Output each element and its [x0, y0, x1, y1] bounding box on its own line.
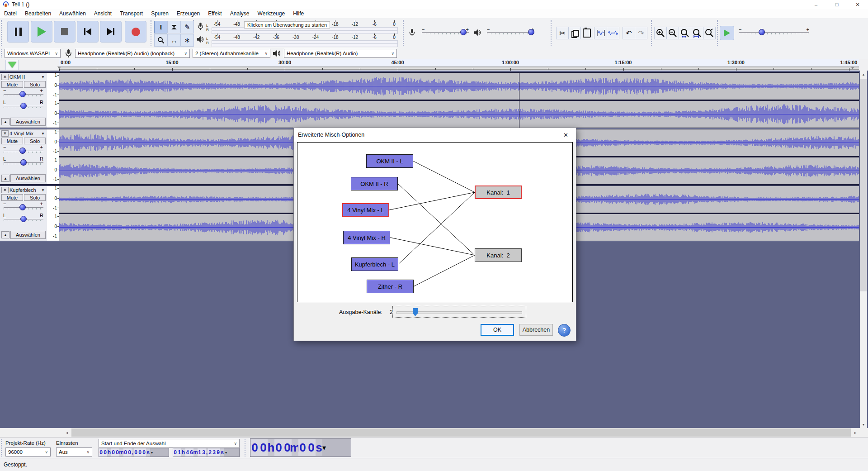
time-unit[interactable]: h	[268, 439, 274, 456]
time-format-dropdown-icon[interactable]: ▾	[322, 443, 326, 452]
playback-device-select[interactable]: Headphone (Realtek(R) Audio) ∨	[284, 49, 397, 58]
select-button[interactable]: Auswählen	[10, 231, 46, 239]
envelope-tool-button[interactable]	[167, 21, 181, 33]
time-digit[interactable]: 9	[216, 448, 220, 457]
multi-tool-button[interactable]: ∗	[180, 34, 194, 47]
time-digit[interactable]: 1	[198, 448, 202, 457]
pan-slider[interactable]	[4, 158, 43, 166]
mixer-source-node[interactable]: Kupferblech - L	[351, 257, 398, 271]
menu-item-auswhlen[interactable]: Auswählen	[55, 9, 90, 18]
play-button[interactable]	[31, 21, 52, 43]
record-button[interactable]	[125, 21, 146, 43]
menu-item-analyse[interactable]: Analyse	[226, 9, 254, 18]
mixer-channel-node[interactable]: Kanal: 1	[475, 186, 522, 199]
slider-thumb[interactable]	[20, 216, 27, 222]
waveform-channel[interactable]	[59, 101, 859, 128]
menu-item-spuren[interactable]: Spuren	[147, 9, 173, 18]
slider-thumb[interactable]	[460, 29, 467, 35]
time-digit[interactable]: 0	[138, 448, 142, 457]
recording-device-select[interactable]: Headphone (Realtek(R) Audio) (loopback) …	[75, 49, 190, 58]
track-name[interactable]: Kupferblech▼	[9, 187, 46, 193]
recording-meter[interactable]: LR-54-48-42-36-30-24-18-12-60Klicken um …	[195, 20, 400, 32]
playback-meter[interactable]: LR-54-48-42-36-30-24-18-12-60	[195, 33, 400, 45]
waveform-channel[interactable]	[59, 73, 859, 100]
pan-slider[interactable]	[4, 215, 43, 222]
mixer-source-node[interactable]: OKM II - L	[366, 154, 413, 168]
time-digit[interactable]: 2	[208, 448, 212, 457]
time-unit[interactable]: h	[181, 448, 185, 457]
ok-button[interactable]: OK	[481, 324, 514, 336]
zoom-out-button[interactable]	[666, 27, 679, 39]
timeshift-tool-button[interactable]: ↔	[167, 34, 181, 47]
time-ruler[interactable]: 0:0015:0030:0045:001:00:001:15:001:30:00…	[59, 59, 859, 71]
mixer-source-node[interactable]: 4 Vinyl Mix - R	[343, 231, 390, 244]
close-button[interactable]: ✕	[847, 0, 868, 9]
scrub-bar[interactable]	[59, 67, 859, 70]
paste-button[interactable]	[580, 27, 593, 39]
scroll-up-button[interactable]: ▲	[860, 71, 867, 78]
time-unit[interactable]: s	[316, 439, 322, 456]
time-digit[interactable]: 0	[127, 448, 132, 457]
time-digit[interactable]: 0	[142, 448, 146, 457]
time-digit[interactable]: 0	[298, 439, 307, 456]
cancel-button[interactable]: Abbrechen	[519, 324, 553, 336]
collapse-button[interactable]: ▲	[1, 175, 9, 182]
horizontal-scroll-thumb[interactable]	[71, 428, 851, 437]
time-unit[interactable]: s	[146, 448, 150, 457]
gain-slider[interactable]	[4, 147, 43, 154]
toolbar-grip[interactable]	[1, 20, 3, 46]
selection-end-time[interactable]: 01h46m13,239s▾	[173, 448, 240, 457]
selection-end-grip[interactable]	[851, 67, 854, 69]
mixer-channel-node[interactable]: Kanal: 2	[475, 248, 522, 262]
track-close-button[interactable]: ✕	[1, 187, 9, 193]
selection-mode-select[interactable]: Start und Ende der Auswahl ∨	[99, 439, 240, 448]
cut-button[interactable]: ✂	[556, 27, 569, 39]
play-at-speed-button[interactable]	[720, 26, 734, 40]
playback-volume-slider[interactable]: −+	[487, 28, 534, 37]
toolbar-grip[interactable]	[1, 439, 3, 457]
recording-volume-slider[interactable]: −+	[422, 28, 469, 37]
pan-slider[interactable]	[4, 102, 43, 109]
scroll-right-button[interactable]: ►	[852, 428, 859, 437]
toolbar-grip[interactable]	[551, 20, 553, 46]
undo-button[interactable]: ↶	[623, 27, 635, 39]
time-unit[interactable]: h	[107, 448, 111, 457]
zoom-toggle-button[interactable]	[703, 27, 716, 39]
menu-item-ansicht[interactable]: Ansicht	[90, 9, 116, 18]
maximize-button[interactable]: □	[826, 0, 847, 9]
slider-thumb[interactable]	[759, 29, 765, 35]
track-name[interactable]: OKM II▼	[9, 74, 46, 80]
time-digit[interactable]: 0	[134, 448, 138, 457]
time-digit[interactable]: 0	[99, 448, 103, 457]
time-digit[interactable]: 0	[103, 448, 107, 457]
mute-button[interactable]: Mute	[1, 81, 23, 88]
time-digit[interactable]: 4	[185, 448, 189, 457]
recording-channels-select[interactable]: 2 (Stereo) Aufnahmekanäle ∨	[193, 49, 270, 58]
slider-thumb[interactable]	[19, 147, 26, 154]
vertical-scroll-thumb[interactable]	[860, 79, 867, 291]
slider-thumb[interactable]	[413, 308, 418, 316]
time-format-dropdown-icon[interactable]: ▾	[150, 451, 154, 455]
time-digit[interactable]: 0	[274, 439, 283, 456]
draw-tool-button[interactable]: ✎	[180, 21, 194, 33]
track-waveform-area[interactable]	[59, 73, 859, 128]
track-close-button[interactable]: ✕	[1, 74, 9, 80]
toolbar-grip[interactable]	[403, 20, 405, 46]
fit-selection-button[interactable]	[679, 27, 691, 39]
pause-button[interactable]	[7, 21, 29, 43]
redo-button[interactable]: ↷	[635, 27, 647, 39]
selection-start-time[interactable]: 00h00m00,000s▾	[99, 448, 169, 457]
snap-select[interactable]: Aus ∨	[56, 447, 92, 457]
trim-audio-button[interactable]	[594, 27, 607, 39]
selection-tool-button[interactable]: I	[154, 21, 168, 33]
slider-thumb[interactable]	[20, 159, 27, 166]
skip-to-end-button[interactable]	[100, 21, 122, 43]
menu-item-werkzeuge[interactable]: Werkzeuge	[253, 9, 289, 18]
skip-to-start-button[interactable]	[77, 21, 99, 43]
toolbar-grip[interactable]	[1, 49, 3, 57]
mixer-source-node[interactable]: 4 Vinyl Mix - L	[342, 203, 389, 217]
audio-position-display[interactable]: 00h00m00s▾	[250, 438, 351, 457]
menu-item-erzeugen[interactable]: Erzeugen	[173, 9, 204, 18]
toolbar-grip[interactable]	[245, 439, 247, 457]
help-button[interactable]: ?	[558, 324, 571, 337]
